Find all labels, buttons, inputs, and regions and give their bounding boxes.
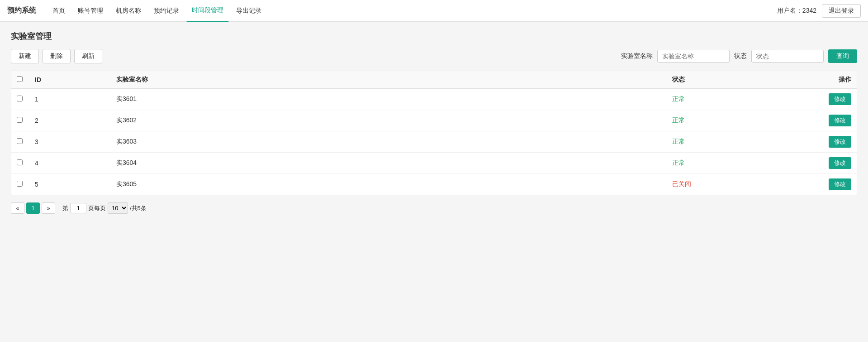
edit-button-5[interactable]: 修改 [829,178,851,190]
row-checkbox-cell [11,131,29,153]
nav-reservation[interactable]: 预约记录 [148,0,185,22]
row-status-2: 正常 [667,110,802,131]
page-suffix: 页每页 [88,204,106,212]
next-page-button[interactable]: » [42,202,55,214]
pagination-bar: « 1 » 第 页每页 10 20 50 /共5条 [11,202,857,214]
row-checkbox-5[interactable] [17,181,23,187]
navbar: 预约系统 首页 账号管理 机房名称 预约记录 时间段管理 导出记录 用户名：23… [0,0,868,22]
toolbar: 新建 删除 刷新 实验室名称 状态 查询 [11,49,857,63]
search-name-input[interactable] [657,50,730,63]
row-action-3: 修改 [802,131,857,153]
row-id-5: 5 [29,174,111,195]
pagination-info: 第 页每页 10 20 50 /共5条 [62,202,147,214]
edit-button-4[interactable]: 修改 [829,157,851,169]
status-badge-3: 正常 [672,138,685,145]
new-button[interactable]: 新建 [11,49,39,63]
header-name: 实验室名称 [111,71,667,89]
page-content: 实验室管理 新建 删除 刷新 实验室名称 状态 查询 ID 实验室名称 状态 [0,22,868,223]
search-status-label: 状态 [734,52,747,60]
edit-button-2[interactable]: 修改 [829,115,851,126]
status-badge-5: 已关闭 [672,180,691,188]
refresh-button[interactable]: 刷新 [74,49,102,63]
row-name-2: 实3602 [111,110,667,131]
row-action-4: 修改 [802,153,857,174]
table-row: 1 实3601 正常 修改 [11,89,857,110]
table-body: 1 实3601 正常 修改 2 实3602 正常 修改 3 [11,89,857,195]
status-badge-1: 正常 [672,95,685,102]
page-number-input[interactable] [70,203,86,213]
table-row: 2 实3602 正常 修改 [11,110,857,131]
nav-room[interactable]: 机房名称 [110,0,147,22]
search-button[interactable]: 查询 [828,49,857,63]
nav-export[interactable]: 导出记录 [231,0,267,22]
row-status-4: 正常 [667,153,802,174]
row-action-1: 修改 [802,89,857,110]
prev-page-button[interactable]: « [11,202,24,214]
search-status-input[interactable] [751,50,824,63]
table-row: 5 实3605 已关闭 修改 [11,174,857,195]
search-name-label: 实验室名称 [621,52,653,60]
header-checkbox-col [11,71,29,89]
table-row: 3 实3603 正常 修改 [11,131,857,153]
navbar-right: 用户名：2342 退出登录 [777,4,861,18]
table-wrapper: ID 实验室名称 状态 操作 1 实3601 正常 修改 [11,71,857,195]
nav-account[interactable]: 账号管理 [72,0,109,22]
nav-timeslot[interactable]: 时间段管理 [186,0,229,22]
row-checkbox-3[interactable] [17,138,23,144]
table-header-row: ID 实验室名称 状态 操作 [11,71,857,89]
delete-button[interactable]: 删除 [43,49,71,63]
row-checkbox-2[interactable] [17,117,23,123]
nav-home[interactable]: 首页 [47,0,71,22]
nav-links: 首页 账号管理 机房名称 预约记录 时间段管理 导出记录 [47,0,777,22]
row-checkbox-1[interactable] [17,96,23,101]
row-checkbox-cell [11,153,29,174]
row-id-1: 1 [29,89,111,110]
row-checkbox-cell [11,174,29,195]
toolbar-search: 实验室名称 状态 查询 [621,49,857,63]
per-page-select[interactable]: 10 20 50 [108,202,128,214]
row-checkbox-4[interactable] [17,159,23,165]
row-status-1: 正常 [667,89,802,110]
row-action-2: 修改 [802,110,857,131]
row-id-4: 4 [29,153,111,174]
edit-button-1[interactable]: 修改 [829,93,851,105]
page-1-button[interactable]: 1 [26,202,40,214]
row-name-3: 实3603 [111,131,667,153]
row-checkbox-cell [11,89,29,110]
row-name-5: 实3605 [111,174,667,195]
status-badge-2: 正常 [672,116,685,124]
row-name-4: 实3604 [111,153,667,174]
logout-button[interactable]: 退出登录 [822,4,861,18]
row-status-3: 正常 [667,131,802,153]
user-info: 用户名：2342 [777,7,816,15]
total-label: /共5条 [130,204,147,212]
row-id-3: 3 [29,131,111,153]
header-status: 状态 [667,71,802,89]
row-action-5: 修改 [802,174,857,195]
select-all-checkbox[interactable] [17,76,23,82]
header-id: ID [29,71,111,89]
page-title: 实验室管理 [11,31,857,42]
row-status-5: 已关闭 [667,174,802,195]
header-action: 操作 [802,71,857,89]
edit-button-3[interactable]: 修改 [829,136,851,148]
page-prefix: 第 [62,204,68,212]
row-id-2: 2 [29,110,111,131]
status-badge-4: 正常 [672,159,685,166]
table-row: 4 实3604 正常 修改 [11,153,857,174]
navbar-brand: 预约系统 [7,6,36,15]
row-name-1: 实3601 [111,89,667,110]
lab-table: ID 实验室名称 状态 操作 1 实3601 正常 修改 [11,71,857,195]
row-checkbox-cell [11,110,29,131]
